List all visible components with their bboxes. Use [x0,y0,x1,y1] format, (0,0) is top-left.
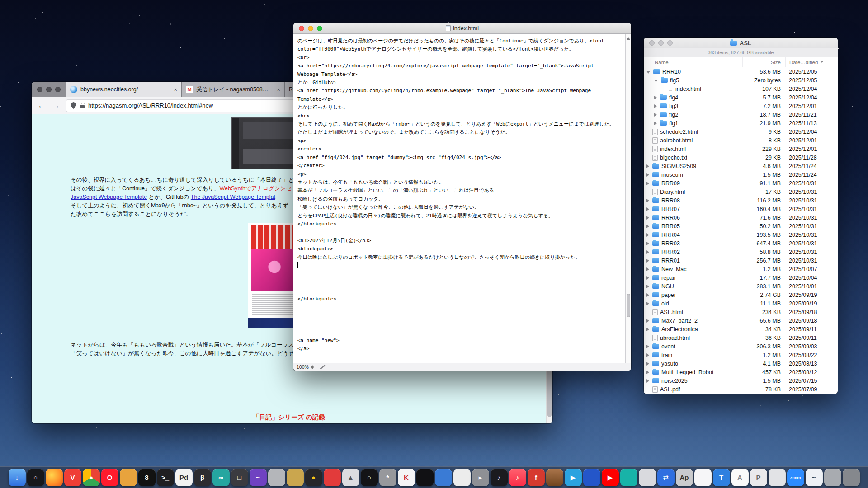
textedit-icon[interactable]: A [731,469,749,486]
clock-app-icon[interactable]: ○ [27,469,44,486]
disclosure-triangle[interactable] [646,276,649,280]
file-row[interactable]: Max7_part2_265.6 MB2025/09/18 [644,316,838,325]
file-row[interactable]: RRR07160.4 MB2025/10/31 [644,205,838,213]
file-row[interactable]: repair17.7 MB2025/10/04 [644,273,838,282]
lock-icon[interactable] [80,105,85,108]
garageband-icon[interactable] [546,469,563,486]
file-row[interactable]: paper2.74 GB2025/09/19 [644,291,838,299]
downloads-icon[interactable]: ↓ [9,469,26,486]
file-row[interactable]: ASL.pdf78 KB2025/07/09 [644,385,838,394]
disclosure-triangle[interactable] [646,225,649,228]
file-row[interactable]: Diary.html17 KB2025/10/31 [644,188,838,196]
scroll-up-arrow-icon[interactable] [627,35,630,40]
zoom-stepper[interactable] [311,364,314,371]
browser-tab[interactable]: M受信トレイ - nagasm0508@gma× [182,82,285,97]
disclosure-triangle[interactable] [646,182,649,185]
teal-app-icon[interactable] [620,469,637,486]
dark-app-icon[interactable]: ● [305,469,322,486]
k-app-icon[interactable]: K [398,469,415,486]
tab-close-icon[interactable]: × [277,86,280,93]
column-header-size[interactable]: Size [742,57,785,67]
vivaldi-icon[interactable]: V [64,469,81,486]
disclosure-triangle[interactable] [646,259,649,263]
editor-scrollbar[interactable] [625,34,631,363]
eight-app-icon[interactable]: 8 [138,469,156,486]
disclosure-triangle[interactable] [654,122,657,125]
glasses-app-icon[interactable]: ∞ [212,469,230,486]
chrome-icon[interactable]: ● [83,469,100,486]
disclosure-triangle[interactable] [646,207,649,211]
disclosure-triangle[interactable] [646,285,649,288]
back-button[interactable]: ← [37,101,46,110]
gear-app-icon[interactable]: * [379,469,396,486]
disclosure-triangle[interactable] [646,216,649,220]
sync-app-icon[interactable]: ⇄ [657,469,675,486]
youtube-icon[interactable]: ▶ [602,469,619,486]
editor-scrollbar-thumb[interactable] [627,294,630,317]
disclosure-triangle[interactable] [646,267,649,271]
terminal-icon[interactable]: >_ [157,469,174,486]
file-row[interactable]: RRR04193.5 MB2025/10/31 [644,230,838,239]
zoom-button[interactable] [667,40,673,46]
file-row[interactable]: New_Mac1.2 MB2025/10/07 [644,265,838,273]
document-app-icon[interactable] [694,469,712,486]
beta-app-icon[interactable]: β [194,469,211,486]
disclosure-triangle[interactable] [646,353,649,357]
shield-icon[interactable] [71,102,76,109]
blue-globe-app-icon[interactable] [583,469,600,486]
close-button[interactable] [299,26,304,31]
disclosure-triangle[interactable] [654,113,657,117]
file-row[interactable]: RRR03647.4 MB2025/10/31 [644,239,838,248]
external-drive-icon[interactable] [824,469,841,486]
minimize-button[interactable] [46,87,52,92]
file-row[interactable]: museum1.5 MB2025/11/24 [644,170,838,179]
file-row[interactable]: bigecho.txt29 KB2025/11/28 [644,153,838,162]
disclosure-triangle[interactable] [646,302,649,305]
disclosure-triangle[interactable] [654,96,657,99]
file-row[interactable]: noise20251.5 MB2025/07/15 [644,376,838,385]
honeycomb-app-icon[interactable] [120,469,137,486]
bank-app-icon[interactable] [639,469,656,486]
file-row[interactable]: abroad.html36 KB2025/09/11 [644,333,838,342]
file-row[interactable]: event306.3 MB2025/09/03 [644,342,838,351]
forward-button[interactable]: → [52,101,61,110]
editor-text[interactable]: のページは、昨日見たのは最初のページのデモだけだったものの、実はその後に延々と「… [293,34,625,363]
skier-app-icon[interactable] [769,469,786,486]
file-row[interactable]: RRR01256.7 MB2025/10/31 [644,256,838,265]
disclosure-triangle[interactable] [646,242,649,245]
file-row[interactable]: train1.2 MB2025/08/22 [644,351,838,359]
file-row[interactable]: index.html229 KB2025/12/01 [644,145,838,153]
finder-window[interactable]: ASL 363 items, 827.68 GB available Name … [644,38,838,394]
waveform-app-icon[interactable]: ~ [806,469,823,486]
minimize-button[interactable] [308,26,313,31]
disclosure-triangle[interactable] [646,250,649,254]
editor-window[interactable]: index.html のページは、昨日見たのは最初のページのデモだけだったものの… [293,23,631,371]
disclosure-triangle[interactable] [646,319,649,323]
file-row[interactable]: ASL.html234 KB2025/09/18 [644,308,838,316]
editor-title-bar[interactable]: index.html [293,23,631,34]
file-row[interactable]: aoirobot.html8 KB2025/12/01 [644,136,838,145]
disclosure-triangle[interactable] [646,164,649,168]
file-row[interactable]: fig121.9 MB2025/11/13 [644,119,838,127]
camera-app-icon[interactable]: ○ [361,469,378,486]
tab-close-icon[interactable]: × [174,86,177,93]
scale-app-icon[interactable] [287,469,304,486]
gray-app-icon[interactable] [268,469,285,486]
column-header-date[interactable]: Date…dified [785,57,838,67]
url-text[interactable]: https://nagasm.org/ASL/RRR10/index.html#… [88,102,213,109]
opera-icon[interactable]: O [101,469,118,486]
audio-editor-icon[interactable]: ~ [250,469,267,486]
pen-app-icon[interactable]: P [750,469,767,486]
disclosure-triangle[interactable] [646,173,649,177]
f-app-icon[interactable]: f [528,469,545,486]
t-app-icon[interactable]: T [713,469,730,486]
file-row[interactable]: RRR0991.1 MB2025/10/31 [644,179,838,188]
camcorder-app-icon[interactable]: ▸ [472,469,489,486]
disclosure-triangle[interactable] [654,104,657,108]
disclosure-triangle[interactable] [646,328,649,331]
metronome-app-icon[interactable]: ▲ [342,469,359,486]
file-row[interactable]: old11.1 MB2025/09/19 [644,299,838,308]
telegram-icon[interactable]: ▶ [565,469,582,486]
disclosure-triangle[interactable] [646,362,649,366]
finder-title-bar[interactable]: ASL [644,38,838,48]
